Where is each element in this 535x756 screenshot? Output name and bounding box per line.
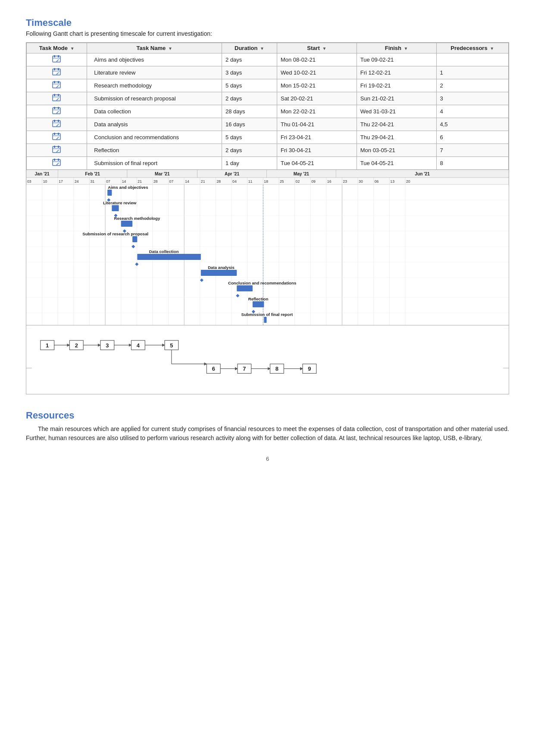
svg-rect-25 [54, 133, 55, 135]
bar-label6: Data analysis [208, 265, 235, 270]
task-mode-cell [27, 53, 87, 66]
task-finish-cell: Tue 04-05-21 [357, 157, 436, 170]
svg-rect-20 [53, 121, 60, 127]
task-mode-cell [27, 105, 87, 118]
bar-task1 [107, 190, 112, 196]
task-icon [52, 107, 62, 115]
col-header-duration[interactable]: Duration ▼ [222, 43, 277, 53]
task-start-cell: Tue 04-05-21 [277, 157, 357, 170]
table-row: Research methodology5 daysMon 15-02-21Fr… [27, 79, 509, 92]
svg-rect-5 [54, 68, 55, 70]
task-predecessors-cell [436, 53, 509, 66]
network-diagram: 1 2 3 4 5 [26, 325, 509, 394]
task-start-cell: Thu 01-04-21 [277, 118, 357, 131]
task-duration-cell: 1 day [222, 157, 277, 170]
svg-rect-14 [58, 94, 59, 96]
svg-text:3: 3 [106, 342, 109, 349]
bar-task6 [201, 270, 237, 276]
bar-label2: Literature review [103, 200, 137, 205]
svg-rect-32 [53, 159, 60, 166]
task-start-cell: Fri 23-04-21 [277, 131, 357, 144]
task-name-cell: Submission of final report [87, 157, 222, 170]
gantt-visual: Jan '21 Feb '21 Mar '21 Apr '21 May '21 … [26, 170, 509, 394]
task-icon [52, 159, 62, 166]
task-finish-cell: Thu 22-04-21 [357, 118, 436, 131]
svg-rect-8 [53, 82, 60, 88]
sort-arrow-pred: ▼ [490, 46, 494, 51]
svg-rect-21 [54, 120, 55, 122]
svg-rect-9 [54, 81, 55, 83]
task-finish-cell: Thu 29-04-21 [357, 131, 436, 144]
task-duration-cell: 3 days [222, 66, 277, 79]
task-name-cell: Literature review [87, 66, 222, 79]
task-mode-cell [27, 144, 87, 157]
svg-text:14: 14 [185, 179, 189, 184]
gantt-table: Task Mode ▼ Task Name ▼ Duration ▼ Start… [26, 43, 509, 170]
task-mode-cell [27, 66, 87, 79]
svg-text:31: 31 [91, 179, 95, 184]
col-header-predecessors[interactable]: Predecessors ▼ [436, 43, 509, 53]
svg-text:18: 18 [264, 179, 268, 184]
svg-text:23: 23 [343, 179, 347, 184]
task-duration-cell: 2 days [222, 92, 277, 105]
task-icon [52, 133, 62, 141]
milestone7 [236, 294, 239, 297]
bar-task5 [137, 254, 201, 260]
sort-arrow-start: ▼ [322, 46, 327, 51]
task-finish-cell: Wed 31-03-21 [357, 105, 436, 118]
task-icon [52, 68, 62, 76]
col-header-name[interactable]: Task Name ▼ [87, 43, 222, 53]
timescale-title: Timescale [26, 17, 509, 28]
svg-text:25: 25 [280, 179, 284, 184]
svg-text:04: 04 [232, 179, 237, 184]
svg-text:5: 5 [170, 342, 173, 349]
task-predecessors-cell: 2 [436, 79, 509, 92]
svg-rect-33 [54, 159, 55, 161]
svg-rect-0 [53, 56, 60, 62]
task-start-cell: Wed 10-02-21 [277, 66, 357, 79]
table-row: Submission of research proposal2 daysSat… [27, 92, 509, 105]
svg-text:28: 28 [216, 179, 221, 184]
task-mode-cell [27, 118, 87, 131]
table-row: Submission of final report1 dayTue 04-05… [27, 157, 509, 170]
svg-text:09: 09 [311, 179, 316, 184]
milestone6 [200, 278, 203, 282]
svg-text:Feb '21: Feb '21 [85, 172, 100, 176]
milestone5 [135, 262, 138, 266]
bar-label8: Reflection [248, 297, 269, 301]
col-header-start[interactable]: Start ▼ [277, 43, 357, 53]
task-icon [52, 146, 62, 153]
col-header-mode[interactable]: Task Mode ▼ [27, 43, 87, 53]
svg-text:1: 1 [46, 342, 49, 349]
svg-text:28: 28 [153, 179, 158, 184]
svg-text:Jun '21: Jun '21 [415, 172, 430, 176]
task-name-cell: Submission of research proposal [87, 92, 222, 105]
svg-rect-16 [53, 108, 60, 114]
timescale-subtitle: Following Gantt chart is presenting time… [26, 30, 509, 37]
svg-text:30: 30 [359, 179, 363, 184]
bar-task2 [112, 205, 119, 211]
svg-text:02: 02 [296, 179, 300, 184]
task-name-cell: Reflection [87, 144, 222, 157]
task-predecessors-cell: 3 [436, 92, 509, 105]
svg-text:21: 21 [138, 179, 142, 184]
task-duration-cell: 5 days [222, 131, 277, 144]
task-name-cell: Conclusion and recommendations [87, 131, 222, 144]
task-icon [52, 55, 62, 63]
svg-rect-13 [54, 94, 55, 96]
svg-rect-22 [58, 120, 59, 122]
svg-rect-30 [58, 146, 59, 148]
svg-text:06: 06 [375, 179, 379, 184]
svg-text:6: 6 [212, 366, 215, 372]
svg-rect-10 [58, 81, 59, 83]
page-number: 6 [26, 456, 509, 462]
col-header-finish[interactable]: Finish ▼ [357, 43, 436, 53]
sort-arrow-name: ▼ [168, 46, 172, 51]
task-mode-cell [27, 157, 87, 170]
table-row: Data collection28 daysMon 22-02-21Wed 31… [27, 105, 509, 118]
task-duration-cell: 5 days [222, 79, 277, 92]
table-row: Conclusion and recommendations5 daysFri … [27, 131, 509, 144]
svg-text:8: 8 [275, 366, 278, 372]
svg-text:9: 9 [308, 366, 311, 372]
table-row: Literature review3 daysWed 10-02-21Fri 1… [27, 66, 509, 79]
